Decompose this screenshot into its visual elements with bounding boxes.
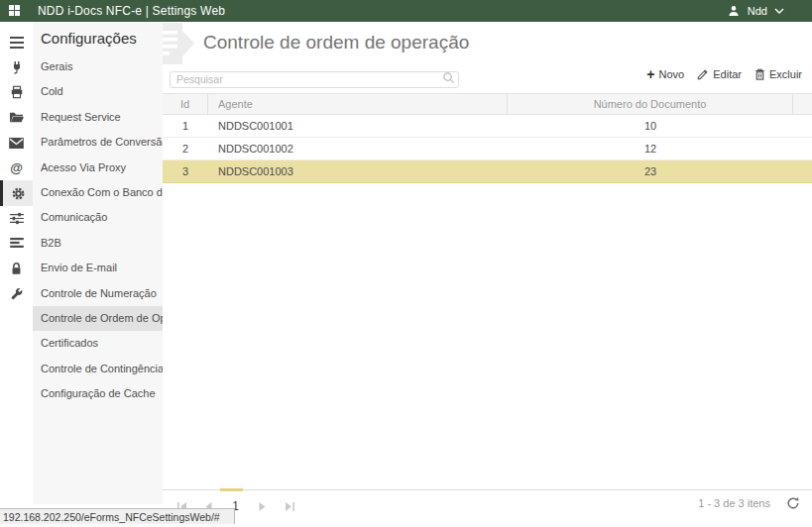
hamburger-menu-icon[interactable]	[0, 30, 33, 54]
sidebar-item-controle-ordem-operacao[interactable]: Controle de Ordem de Operação	[33, 306, 163, 331]
sliders-icon[interactable]	[0, 206, 33, 231]
edit-button[interactable]: Editar	[697, 68, 742, 80]
page-header: Controle de ordem de operação	[163, 22, 812, 65]
cell-numero: 23	[508, 160, 793, 182]
sidebar-item-b2b[interactable]: B2B	[33, 231, 163, 256]
sidebar-item-certificados[interactable]: Certificados	[33, 331, 163, 356]
sidebar-item-request-service[interactable]: Request Service	[33, 105, 163, 130]
last-page-button[interactable]	[276, 496, 302, 516]
search-box	[170, 69, 459, 86]
user-name: Ndd	[748, 5, 767, 17]
envelope-icon[interactable]	[0, 131, 33, 156]
sidebar-item-gerais[interactable]: Gerais	[33, 54, 163, 79]
new-button[interactable]: + Novo	[646, 68, 684, 80]
sidebar-item-conexao-banco-dados[interactable]: Conexão Com o Banco de Dados	[33, 180, 163, 205]
lock-icon[interactable]	[0, 257, 33, 281]
user-icon	[727, 4, 741, 18]
browser-status-tooltip: 192.168.202.250/eForms_NFCeSettingsWeb/#	[0, 508, 235, 524]
refresh-icon[interactable]	[786, 496, 800, 510]
table-row[interactable]: 2 NDDSC001002 12	[163, 138, 812, 160]
pencil-icon	[697, 68, 709, 80]
plug-icon[interactable]	[0, 54, 33, 79]
user-menu[interactable]: Ndd	[727, 0, 784, 22]
cell-id: 3	[163, 160, 208, 182]
top-bar: NDD i-Docs NFC-e | Settings Web Ndd	[0, 0, 812, 22]
pager-info: 1 - 3 de 3 itens	[698, 496, 800, 510]
sidebar-item-cold[interactable]: Cold	[33, 79, 163, 104]
pager: 1 1 - 3 de 3 itens	[163, 489, 812, 527]
cell-id: 2	[163, 138, 208, 159]
cell-numero: 10	[508, 115, 793, 137]
delete-button[interactable]: Excluir	[754, 68, 802, 80]
column-header-stub	[793, 94, 812, 114]
next-page-button[interactable]	[249, 496, 276, 516]
sidebar-item-configuracao-cache[interactable]: Configuração de Cache	[33, 381, 163, 406]
cell-agente: NDDSC001002	[208, 138, 508, 159]
cell-id: 1	[163, 115, 208, 137]
data-grid: Id Agente Número do Documento 1 NDDSC001…	[163, 93, 812, 183]
sidebar-item-acesso-via-proxy[interactable]: Acesso Via Proxy	[33, 156, 163, 180]
app-grid-icon[interactable]	[9, 5, 21, 17]
sidebar-icon-rail: @	[0, 22, 33, 505]
table-row-selected[interactable]: 3 NDDSC001003 23	[163, 160, 812, 183]
gear-icon[interactable]	[0, 180, 33, 205]
main-content: Controle de ordem de operação + Novo Edi…	[163, 22, 812, 527]
status-url: 192.168.202.250/eForms_NFCeSettingsWeb/#	[0, 511, 220, 523]
cell-agente: NDDSC001001	[208, 115, 508, 137]
pager-summary: 1 - 3 de 3 itens	[698, 497, 770, 509]
toolbar: + Novo Editar Excluir	[646, 68, 802, 80]
document-watermark-icon	[163, 23, 198, 64]
wrench-icon[interactable]	[0, 281, 33, 306]
column-header-agente[interactable]: Agente	[208, 94, 508, 114]
column-header-id[interactable]: Id	[163, 94, 208, 114]
folder-icon[interactable]	[0, 105, 33, 130]
cell-numero: 12	[508, 138, 793, 159]
sidebar-item-comunicacao[interactable]: Comunicação	[33, 205, 163, 230]
sidebar-item-envio-email[interactable]: Envio de E-mail	[33, 256, 163, 280]
sidebar-header: Configurações	[33, 22, 163, 54]
column-header-numero-documento[interactable]: Número do Documento	[508, 94, 793, 114]
search-icon[interactable]	[442, 71, 455, 84]
printer-icon[interactable]	[0, 80, 33, 105]
cell-agente: NDDSC001003	[208, 160, 508, 182]
sidebar-menu: Configurações Gerais Cold Request Servic…	[33, 22, 163, 504]
grid-header: Id Agente Número do Documento	[163, 93, 812, 115]
list-icon[interactable]	[0, 231, 33, 256]
app-title: NDD i-Docs NFC-e | Settings Web	[38, 4, 225, 18]
selected-page-indicator	[220, 488, 243, 491]
sidebar-item-parametros-conversao[interactable]: Parâmetros de Conversão	[33, 130, 163, 155]
at-icon[interactable]: @	[0, 156, 33, 180]
table-row[interactable]: 1 NDDSC001001 10	[163, 115, 812, 138]
plus-icon: +	[646, 69, 654, 79]
chevron-down-icon	[774, 8, 784, 14]
sidebar-item-controle-contingencia[interactable]: Controle de Contingência	[33, 357, 163, 381]
trash-icon	[754, 68, 765, 80]
page-title: Controle de ordem de operação	[203, 32, 469, 53]
sidebar-item-controle-numeracao[interactable]: Controle de Numeração	[33, 281, 163, 306]
search-input[interactable]	[170, 71, 459, 88]
